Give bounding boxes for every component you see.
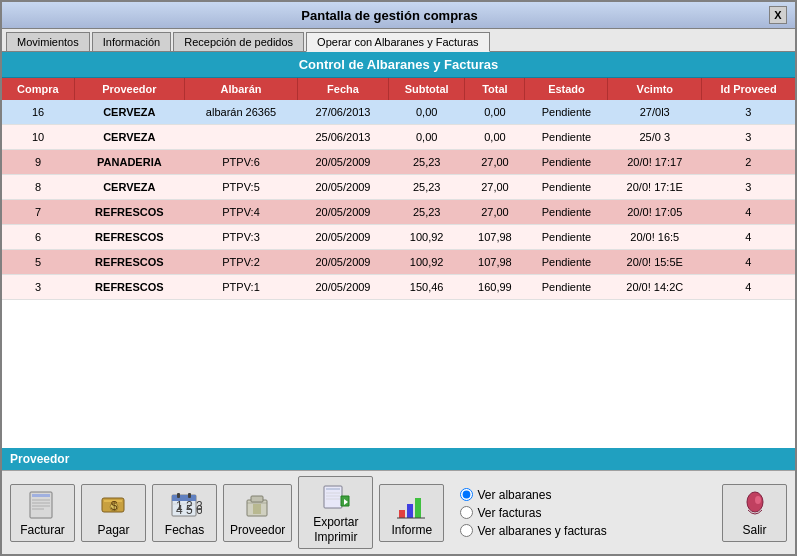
pagar-button[interactable]: $ Pagar: [81, 484, 146, 542]
table-cell: PTPV:4: [185, 200, 298, 225]
table-cell: 2: [702, 150, 795, 175]
svg-rect-30: [415, 498, 421, 518]
tab-informacion[interactable]: Información: [92, 32, 171, 51]
table-cell: 8: [2, 175, 74, 200]
table-cell: 0,00: [465, 125, 525, 150]
radio-group: Ver albaranes Ver facturas Ver albaranes…: [460, 488, 606, 538]
table-cell: 25,23: [388, 150, 464, 175]
table-row[interactable]: 7REFRESCOSPTPV:420/05/200925,2327,00Pend…: [2, 200, 795, 225]
salir-icon: [737, 489, 773, 521]
svg-rect-29: [407, 504, 413, 518]
table-cell: 25/0 3: [608, 125, 702, 150]
table-cell: 20/05/2009: [298, 150, 389, 175]
facturar-label: Facturar: [20, 523, 65, 537]
table-cell: 150,46: [388, 275, 464, 300]
table-row[interactable]: 9PANADERIAPTPV:620/05/200925,2327,00Pend…: [2, 150, 795, 175]
informe-label: Informe: [392, 523, 433, 537]
tab-albaranes[interactable]: Operar con Albaranes y Facturas: [306, 32, 489, 52]
table-cell: CERVEZA: [74, 125, 184, 150]
window-title: Pantalla de gestión compras: [10, 8, 769, 23]
col-compra: Compra: [2, 78, 74, 100]
table-cell: 3: [702, 125, 795, 150]
table-cell: 5: [2, 250, 74, 275]
data-table: Compra Proveedor Albarán Fecha Subtotal …: [2, 78, 795, 300]
radio-ver-albaranes[interactable]: Ver albaranes: [460, 488, 606, 502]
table-cell: 20/05/2009: [298, 275, 389, 300]
table-cell: 20/0! 17:17: [608, 150, 702, 175]
table-cell: Pendiente: [525, 125, 608, 150]
table-cell: 107,98: [465, 225, 525, 250]
table-cell: 0,00: [388, 100, 464, 125]
table-cell: 20/0! 14:2C: [608, 275, 702, 300]
svg-rect-19: [253, 504, 261, 514]
table-cell: 3: [2, 275, 74, 300]
tab-recepcion[interactable]: Recepción de pedidos: [173, 32, 304, 51]
table-cell: 107,98: [465, 250, 525, 275]
col-subtotal: Subtotal: [388, 78, 464, 100]
col-total: Total: [465, 78, 525, 100]
table-row[interactable]: 5REFRESCOSPTPV:220/05/2009100,92107,98Pe…: [2, 250, 795, 275]
radio-albaranes-label: Ver albaranes: [477, 488, 551, 502]
table-cell: 20/0! 16:5: [608, 225, 702, 250]
table-cell: PTPV:1: [185, 275, 298, 300]
informe-icon: [394, 489, 430, 521]
pagar-label: Pagar: [97, 523, 129, 537]
salir-button[interactable]: Salir: [722, 484, 787, 542]
col-fecha: Fecha: [298, 78, 389, 100]
svg-point-32: [747, 492, 763, 512]
table-cell: 3: [702, 175, 795, 200]
pagar-icon: $: [96, 489, 132, 521]
svg-rect-18: [251, 496, 263, 502]
facturar-icon: [25, 489, 61, 521]
table-cell: CERVEZA: [74, 100, 184, 125]
table-cell: 4: [702, 275, 795, 300]
svg-rect-1: [32, 494, 50, 497]
proveedor-button[interactable]: Proveedor: [223, 484, 292, 542]
table-cell: 27,00: [465, 175, 525, 200]
table-cell: Pendiente: [525, 250, 608, 275]
radio-ambos-label: Ver albaranes y facturas: [477, 524, 606, 538]
table-cell: 20/05/2009: [298, 250, 389, 275]
table-cell: 160,99: [465, 275, 525, 300]
table-cell: Pendiente: [525, 200, 608, 225]
table-cell: 0,00: [465, 100, 525, 125]
close-button[interactable]: X: [769, 6, 787, 24]
svg-rect-13: [188, 493, 191, 498]
table-row[interactable]: 8CERVEZAPTPV:520/05/200925,2327,00Pendie…: [2, 175, 795, 200]
table-cell: 20/05/2009: [298, 175, 389, 200]
svg-text:4 5 6: 4 5 6: [176, 503, 202, 517]
fechas-button[interactable]: 1 2 3 4 5 6 Fechas: [152, 484, 217, 542]
tab-movimientos[interactable]: Movimientos: [6, 32, 90, 51]
informe-button[interactable]: Informe: [379, 484, 444, 542]
table-container[interactable]: Compra Proveedor Albarán Fecha Subtotal …: [2, 78, 795, 448]
table-cell: 27,00: [465, 200, 525, 225]
table-cell: 16: [2, 100, 74, 125]
table-cell: 4: [702, 200, 795, 225]
radio-ver-ambos[interactable]: Ver albaranes y facturas: [460, 524, 606, 538]
col-vcimto: Vcimto: [608, 78, 702, 100]
table-cell: CERVEZA: [74, 175, 184, 200]
table-cell: 25,23: [388, 175, 464, 200]
table-cell: albarán 26365: [185, 100, 298, 125]
col-albaran: Albarán: [185, 78, 298, 100]
fechas-icon: 1 2 3 4 5 6: [167, 489, 203, 521]
exportar-icon: [318, 481, 354, 513]
table-row[interactable]: 10CERVEZA25/06/20130,000,00Pendiente25/0…: [2, 125, 795, 150]
col-id: Id Proveed: [702, 78, 795, 100]
table-cell: 3: [702, 100, 795, 125]
svg-rect-12: [177, 493, 180, 498]
table-cell: 20/0! 15:5E: [608, 250, 702, 275]
radio-ver-facturas[interactable]: Ver facturas: [460, 506, 606, 520]
table-cell: PTPV:2: [185, 250, 298, 275]
facturar-button[interactable]: Facturar: [10, 484, 75, 542]
exportar-button[interactable]: ExportarImprimir: [298, 476, 373, 549]
content-area: Control de Albaranes y Facturas Compra P…: [2, 52, 795, 554]
table-row[interactable]: 16CERVEZAalbarán 2636527/06/20130,000,00…: [2, 100, 795, 125]
table-row[interactable]: 3REFRESCOSPTPV:120/05/2009150,46160,99Pe…: [2, 275, 795, 300]
main-window: Pantalla de gestión compras X Movimiento…: [0, 0, 797, 556]
table-cell: 20/05/2009: [298, 200, 389, 225]
table-cell: REFRESCOS: [74, 200, 184, 225]
table-row[interactable]: 6REFRESCOSPTPV:320/05/2009100,92107,98Pe…: [2, 225, 795, 250]
tabs-bar: Movimientos Información Recepción de ped…: [2, 29, 795, 52]
table-cell: Pendiente: [525, 275, 608, 300]
